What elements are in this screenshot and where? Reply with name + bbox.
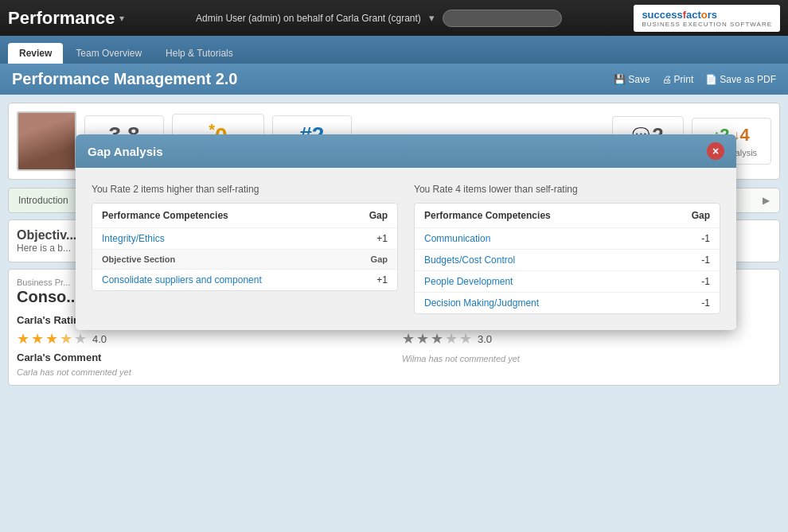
header-left: Performance ▾ xyxy=(8,8,124,29)
gap-left-table: Performance Competencies Gap Integrity/E… xyxy=(92,203,398,291)
main-content: 3.8 Overall Score *0 Incomplete Items #2… xyxy=(0,95,788,532)
gap-left-col2-header: Gap xyxy=(369,210,388,221)
gap-sections: You Rate 2 items higher than self-rating… xyxy=(92,184,720,314)
gap-left-col1-header: Performance Competencies xyxy=(102,210,228,221)
tab-help-tutorials[interactable]: Help & Tutorials xyxy=(154,43,244,64)
title-dropdown-icon[interactable]: ▾ xyxy=(119,13,124,24)
gap-left-table-header: Performance Competencies Gap xyxy=(92,204,397,228)
print-button[interactable]: 🖨 Print xyxy=(662,74,694,85)
gap-left-sub-link-1[interactable]: Consolidate suppliers and component xyxy=(102,274,262,285)
app-title: Performance xyxy=(8,8,115,29)
save-as-pdf-button[interactable]: 📄 Save as PDF xyxy=(705,74,776,85)
gap-right-val-4: -1 xyxy=(701,297,710,309)
gap-modal-header: Gap Analysis × xyxy=(76,134,736,168)
gap-left-val-1: +1 xyxy=(376,233,388,244)
page-header: Performance Management 2.0 💾 Save 🖨 Prin… xyxy=(0,64,788,95)
gap-left-link-1[interactable]: Integrity/Ethics xyxy=(102,233,165,244)
logo: successfactors BUSINESS EXECUTION SOFTWA… xyxy=(634,5,780,32)
search-input[interactable] xyxy=(443,10,562,27)
gap-right-table: Performance Competencies Gap Communicati… xyxy=(414,203,720,314)
tab-team-overview[interactable]: Team Overview xyxy=(64,43,153,64)
tab-review[interactable]: Review xyxy=(8,43,63,64)
gap-right-link-4[interactable]: Decision Making/Judgment xyxy=(424,297,539,309)
gap-left-subtitle: You Rate 2 items higher than self-rating xyxy=(92,184,398,195)
save-button[interactable]: 💾 Save xyxy=(614,74,650,85)
gap-modal-title: Gap Analysis xyxy=(88,145,162,158)
gap-left-sub-val-1: +1 xyxy=(376,274,388,285)
save-icon: 💾 xyxy=(614,74,626,85)
gap-right-row-4: Decision Making/Judgment -1 xyxy=(415,293,720,313)
user-info: Admin User (admin) on behalf of Carla Gr… xyxy=(196,13,421,24)
gap-right-link-3[interactable]: People Development xyxy=(424,276,513,287)
page-actions: 💾 Save 🖨 Print 📄 Save as PDF xyxy=(614,74,776,85)
gap-right-subtitle: You Rate 4 items lower than self-rating xyxy=(414,184,720,195)
gap-right-val-2: -1 xyxy=(701,254,710,266)
gap-left-sub-header: Objective Section Gap xyxy=(92,250,397,270)
nav-tabs-bar: Review Team Overview Help & Tutorials xyxy=(0,36,788,64)
gap-right-col1-header: Performance Competencies xyxy=(424,210,551,221)
gap-right-row-1: Communication -1 xyxy=(415,228,720,250)
app-header: Performance ▾ Admin User (admin) on beha… xyxy=(0,0,788,36)
gap-right-val-1: -1 xyxy=(701,233,710,244)
gap-left-section: You Rate 2 items higher than self-rating… xyxy=(92,184,398,314)
gap-right-table-header: Performance Competencies Gap xyxy=(415,204,720,228)
gap-right-section: You Rate 4 items lower than self-rating … xyxy=(414,184,720,314)
logo-sub: BUSINESS EXECUTION SOFTWARE xyxy=(642,21,772,28)
gap-left-row-1: Integrity/Ethics +1 xyxy=(92,228,397,250)
page-title: Performance Management 2.0 xyxy=(12,70,237,88)
gap-analysis-modal: Gap Analysis × You Rate 2 items higher t… xyxy=(76,134,736,330)
modal-overlay: Gap Analysis × You Rate 2 items higher t… xyxy=(0,95,788,532)
logo-text: successfactors xyxy=(642,9,772,21)
print-icon: 🖨 xyxy=(662,74,672,85)
gap-right-link-2[interactable]: Budgets/Cost Control xyxy=(424,254,515,266)
gap-modal-body: You Rate 2 items higher than self-rating… xyxy=(76,168,736,330)
gap-right-link-1[interactable]: Communication xyxy=(424,233,490,244)
gap-right-val-3: -1 xyxy=(701,276,710,287)
gap-modal-close-button[interactable]: × xyxy=(707,142,724,160)
gap-right-row-2: Budgets/Cost Control -1 xyxy=(415,250,720,271)
user-dropdown-icon[interactable]: ▾ xyxy=(429,12,435,24)
gap-right-col2-header: Gap xyxy=(692,210,710,221)
gap-right-row-3: People Development -1 xyxy=(415,271,720,293)
pdf-icon: 📄 xyxy=(705,74,717,85)
gap-left-sub-row-1: Consolidate suppliers and component +1 xyxy=(92,270,397,290)
